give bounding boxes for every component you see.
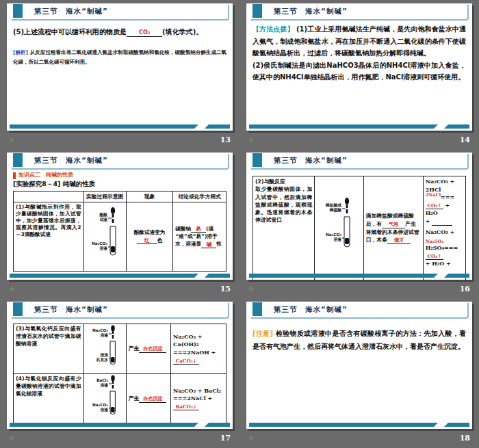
header-conclusion: 结论或化学方程式 [173,192,226,202]
publisher-logo-icon: ☆ [9,286,14,292]
equation-cell: Na₂CO₃ + BaCl₂ ===2NaCl + BaCO₃↓ [171,374,226,424]
slide-title: 第三节 海水“制碱” [274,305,348,315]
answer-blank: 白色沉淀 [139,397,166,403]
svg-text:溶液: 溶液 [101,332,109,338]
table-row: (2)与酸反应 取少量碳酸钠固体，加入试管中，然后滴加稀盐酸或稀硫酸，观察现象。… [253,176,466,280]
eq-line2: Ca(OH)₂ [173,341,224,349]
slide-body: (5)上述流程中可以循环利用的物质是CO₂(填化学式)。 [解析] 从反应过程看… [13,22,226,124]
diagram-cell: 稀盐酸或 稀硫酸 Na₂CO₃ 溶液 [315,176,364,280]
svg-text:稀硫酸: 稀硫酸 [329,207,342,213]
eq2-line1: Na₂CO₃ + Na₂SO₄ [426,228,463,244]
publisher-logo-icon: ☆ [248,286,254,292]
svg-text:溶液: 溶液 [334,237,342,242]
phenomenon-cell: 滴加稀盐酸或稀硫酸后，有气泡产生 将燃着的木条伸进试管口，木条熄灭 [363,176,423,280]
answer-blank: CaCO₃↓ [173,358,199,365]
page-number: 17 [220,434,231,443]
operation-cell: (3)与氢氧化钙反应向盛有澄清石灰水的试管中滴加碳酸钠溶液 [14,324,84,374]
table-row: (3)与氢氧化钙反应向盛有澄清石灰水的试管中滴加碳酸钠溶液 Na₂CO₃ 溶液 [14,324,226,374]
footer-notch [434,124,448,129]
slide-footer-bar [10,124,230,129]
slide-body: 知识点二 纯碱的性质 [实验探究8－4] 纯碱的性质 实验过程示意图 现象 结论… [13,170,226,273]
analysis-paragraph: [解析] 从反应过程看出将二氧化碳通入氨盐水制取碳酸氢钠和氯化铵，碳酸氢钠分解生… [13,48,226,68]
slide-cell-18: 第三节 海水“制碱” [注意] 检验物质或溶液中是否含有碳酸根离子的方法：先加入… [240,298,479,448]
empty-blank [432,225,452,226]
knowledge-point-label: 知识点二 纯碱的性质 [18,171,73,179]
eq-line2: ===2NaCl + [173,395,224,403]
svg-text:酚酞: 酚酞 [99,212,107,218]
method-tip-paragraph-1: 【方法点拨】 (1)工业上采用氨碱法生产纯碱，是先向饱和食盐水中通入氨气，制成饱… [253,23,466,60]
notice-text: 检验物质或溶液中是否含有碳酸根离子的方法：先加入酸，看是否有气泡产生，然后再将气… [253,330,466,350]
header-phenomenon: 现象 [126,192,172,202]
footer-notch [194,423,209,427]
diagram-cell: BaCl₂ 溶液 Na₂CO₃ 溶液 [83,374,126,424]
operation-cell: (1)与酸碱指示剂作用，取少量碳酸钠固体，加入试管中，加少量蒸馏水后振荡，观察其… [14,202,84,271]
slide-title: 第三节 海水“制碱” [34,305,108,315]
publisher-logo-icon: ☆ [248,137,254,143]
slide-gutter: ☆ 13 [7,131,233,148]
slide-gutter: ☆ 17 [7,429,233,447]
slide-gutter: ☆ 15 [7,280,233,298]
eq2-line2: H₂SO₄===CO₂↑ [426,244,463,260]
slide-cell-16: 第三节 海水“制碱” (2)与酸反应 取少量碳酸钠固体，加入试管中，然后滴加稀盐… [240,149,479,298]
slide-footer-bar [10,274,230,278]
slide-title: 第三节 海水“制碱” [274,7,348,16]
svg-text:BaCl₂: BaCl₂ [96,378,109,382]
slide-gutter: ☆ 16 [246,280,472,298]
slide-header: 第三节 海水“制碱” [7,302,233,319]
slide-cell-15: 第三节 海水“制碱” 知识点二 纯碱的性质 [实验探究8－4] 纯碱的性质 实验… [0,149,240,298]
slide-18[interactable]: 第三节 海水“制碱” [注意] 检验物质或溶液中是否含有碳酸根离子的方法：先加入… [246,302,472,429]
table-header-row: 实验过程示意图 现象 结论或化学方程式 [14,192,226,202]
svg-text:Na₂CO₃: Na₂CO₃ [92,328,108,332]
answer-blank: 易 [191,226,206,233]
slide-body: (2)与酸反应 取少量碳酸钠固体，加入试管中，然后滴加稀盐酸或稀硫酸，观察现象。… [253,176,466,269]
svg-text:溶液: 溶液 [101,382,109,388]
experiment-table: (2)与酸反应 取少量碳酸钠固体，加入试管中，然后滴加稀盐酸或稀硫酸，观察现象。… [253,176,466,280]
header-accent-square [253,153,262,167]
answer-blank: 碱 [201,242,216,248]
footer-notch [194,274,209,278]
equation-cell: Na₂CO₃ + Ca(OH)₂ ===2NaOH + CaCO₃↓ [171,324,226,374]
method-tip-label: 【方法点拨】 [253,25,294,33]
svg-text:Na₂CO₃: Na₂CO₃ [326,233,341,237]
experiment-table: (3)与氢氧化钙反应向盛有澄清石灰水的试管中滴加碳酸钠溶液 Na₂CO₃ 溶液 [13,324,226,424]
question-post: (填化学式)。 [162,28,203,36]
slide-16[interactable]: 第三节 海水“制碱” (2)与酸反应 取少量碳酸钠固体，加入试管中，然后滴加稀盐… [246,153,472,280]
slide-body: [注意] 检验物质或溶液中是否含有碳酸根离子的方法：先加入酸，看是否有气泡产生，… [253,320,466,422]
footer-notch [434,274,448,278]
publisher-logo-icon: ☆ [9,137,14,143]
phen1-post: 产生 [405,221,416,227]
operation-title: (2)与酸反应 [255,179,285,185]
svg-text:试液: 试液 [99,218,107,222]
svg-text:澄清: 澄清 [100,353,109,358]
slide-title: 第三节 海水“制碱” [274,156,348,166]
slide-header: 第三节 海水“制碱” [7,3,233,21]
diagram-cell: 酚酞 试液 Na₂CO₃ 溶液 [83,202,126,271]
test-tube-dropper-diagram: 酚酞 试液 Na₂CO₃ 溶液 [86,207,127,264]
answer-blank: 红 [137,238,157,244]
page-number: 18 [460,434,470,443]
slide-15[interactable]: 第三节 海水“制碱” 知识点二 纯碱的性质 [实验探究8－4] 纯碱的性质 实验… [7,153,233,280]
analysis-text: 从反应过程看出将二氧化碳通入氨盐水制取碳酸氢钠和氯化铵，碳酸氢钠分解生成二氧化碳… [13,49,226,65]
operation-body: 取少量碳酸钠固体，加入试管中，然后滴加稀盐酸或稀硫酸，观察现象。迅速将燃着的木条… [255,186,312,223]
slide-header: 第三节 海水“制碱” [246,153,472,170]
conclusion-post: 性 [216,241,222,247]
svg-text:石灰水: 石灰水 [96,357,109,363]
phen-pre: 产生 [129,395,140,401]
answer-blank: CO₂ [127,30,162,37]
footer-notch [194,124,209,129]
eq1-line3: + [426,218,463,226]
phen-pre: 产生 [129,345,140,352]
slide-13[interactable]: 第三节 海水“制碱” (5)上述流程中可以循环利用的物质是CO₂(填化学式)。 … [7,3,233,131]
table-row: (1)与酸碱指示剂作用，取少量碳酸钠固体，加入试管中，加少量蒸馏水后振荡，观察其… [14,202,226,271]
slide-14[interactable]: 第三节 海水“制碱” 【方法点拨】 (1)工业上采用氨碱法生产纯碱，是先向饱和食… [246,3,472,131]
slide-footer-bar [249,423,469,427]
header-empty [14,192,84,202]
eq2-answer-top: Na₂SO₄ [426,239,443,244]
eq-line1: Na₂CO₃ + [173,333,224,341]
test-tube-dropper-diagram: BaCl₂ 溶液 Na₂CO₃ 溶液 [86,375,124,420]
experiment-title: [实验探究8－4] 纯碱的性质 [13,180,226,189]
slide-header: 第三节 海水“制碱” [7,153,233,170]
slide-17[interactable]: 第三节 海水“制碱” (3)与氢氧化钙反应向盛有澄清石灰水的试管中滴加碳酸钠溶液… [7,302,233,429]
operation-cell: (2)与酸反应 取少量碳酸钠固体，加入试管中，然后滴加稀盐酸或稀硫酸，观察现象。… [253,176,315,280]
test-tube-dropper-diagram: Na₂CO₃ 溶液 澄清 石灰水 [86,325,124,370]
